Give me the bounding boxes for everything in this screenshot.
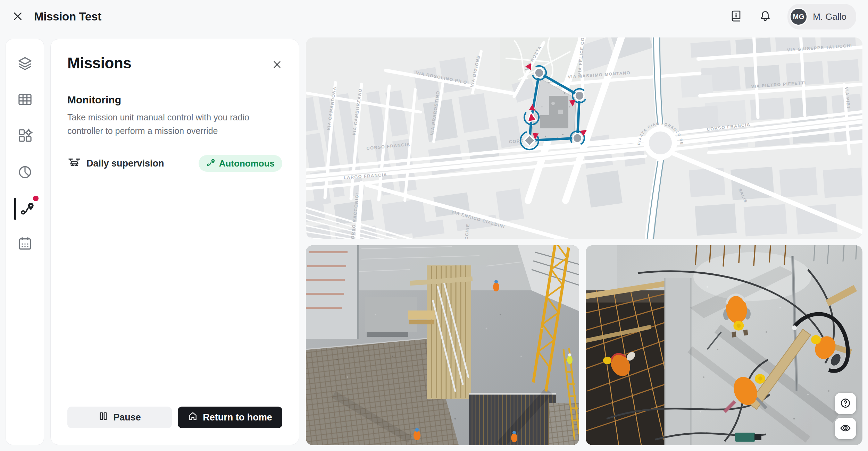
user-menu[interactable]: MG M. Gallo	[787, 4, 856, 29]
close-mission-button[interactable]	[12, 10, 24, 23]
return-home-label: Return to home	[203, 412, 272, 423]
eye-icon	[840, 422, 851, 435]
table-icon	[17, 92, 33, 108]
sidebar-item-reports[interactable]	[6, 157, 44, 188]
avatar: MG	[790, 8, 808, 26]
pie-chart-icon	[17, 164, 33, 181]
pause-button[interactable]: Pause	[67, 407, 172, 428]
active-indicator	[14, 198, 16, 220]
bell-icon	[758, 9, 772, 24]
waypoint-dot	[575, 91, 584, 100]
camera-feed-2-image	[586, 245, 862, 445]
sidebar-item-table[interactable]	[6, 85, 44, 115]
topbar: Mission Test MG M. Gallo	[0, 0, 868, 33]
mission-mode-badge: Autonomous	[199, 155, 282, 172]
missions-panel: Missions Monitoring Take mission unit ma…	[50, 39, 299, 445]
topbar-actions: MG M. Gallo	[729, 4, 856, 29]
camera-feed-1-image	[306, 245, 579, 445]
calendar-icon	[17, 236, 33, 253]
mission-map[interactable]: PIAZZA GIAN LORENZO BERNINI VIA ROSTAVIA…	[306, 37, 862, 239]
panel-actions: Pause Return to home	[67, 407, 282, 428]
user-name: M. Gallo	[813, 11, 846, 22]
avatar-initials: MG	[793, 13, 804, 21]
sidebar	[6, 39, 44, 445]
question-icon	[840, 397, 851, 410]
sidebar-item-missions[interactable]	[6, 194, 44, 224]
pause-label: Pause	[113, 412, 141, 423]
sidebar-item-layers[interactable]	[6, 49, 44, 79]
camera-feed-2[interactable]	[586, 245, 862, 445]
page-title: Mission Test	[34, 10, 101, 23]
panel-header: Missions	[67, 54, 282, 72]
notification-dot	[33, 196, 39, 201]
mission-row[interactable]: Daily supervision Autonomous	[67, 155, 282, 172]
route-icon	[206, 158, 216, 169]
manual-button[interactable]	[729, 9, 743, 24]
help-button[interactable]	[835, 393, 856, 414]
return-to-home-button[interactable]: Return to home	[178, 407, 282, 428]
notifications-button[interactable]	[758, 9, 772, 24]
waypoint-dot	[535, 68, 544, 77]
drone-icon	[67, 156, 81, 170]
close-icon	[272, 54, 282, 71]
sidebar-item-widgets[interactable]	[6, 121, 44, 151]
section-description: Take mission unit manual control with yo…	[67, 111, 278, 138]
map-canvas: PIAZZA GIAN LORENZO BERNINI VIA ROSTAVIA…	[306, 37, 862, 239]
panel-title: Missions	[67, 54, 131, 72]
widgets-icon	[17, 128, 33, 144]
panel-close-button[interactable]	[272, 54, 282, 71]
mission-mode-label: Autonomous	[219, 158, 275, 169]
camera-feed-1[interactable]	[306, 245, 579, 445]
observe-button[interactable]	[835, 418, 856, 439]
sidebar-item-schedule[interactable]	[6, 229, 44, 259]
home-icon	[188, 411, 198, 424]
pause-icon	[98, 411, 108, 424]
mission-name: Daily supervision	[86, 158, 164, 169]
manual-book-icon	[729, 9, 743, 24]
waypoint-dot	[573, 134, 582, 143]
layers-icon	[17, 56, 33, 72]
close-icon	[12, 10, 24, 23]
route-icon	[17, 201, 33, 217]
section-title: Monitoring	[67, 94, 282, 106]
